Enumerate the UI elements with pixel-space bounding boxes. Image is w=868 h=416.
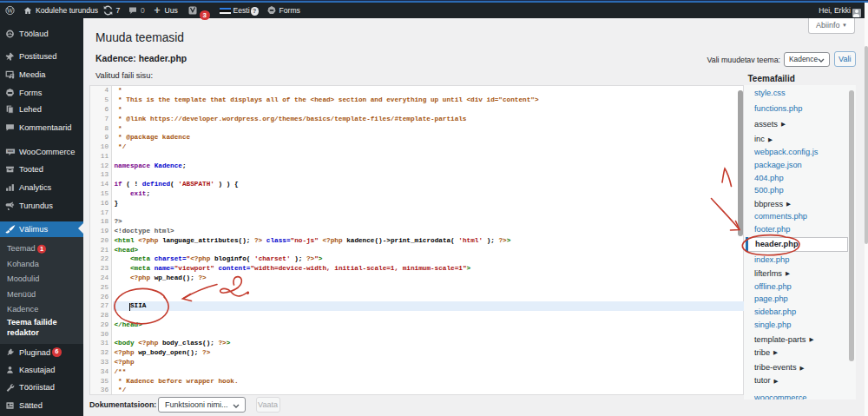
svg-text:woo: woo xyxy=(7,149,14,153)
svg-text:W: W xyxy=(7,7,14,15)
